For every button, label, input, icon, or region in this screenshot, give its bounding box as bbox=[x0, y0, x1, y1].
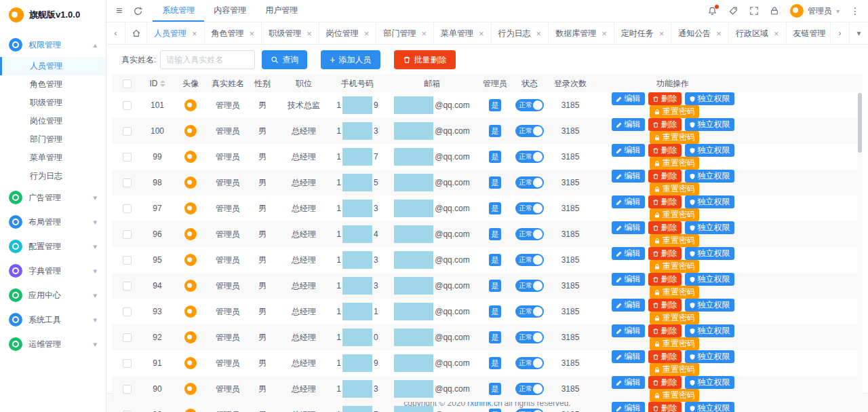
tab-close-icon[interactable]: × bbox=[250, 29, 255, 39]
sidebar-subitem-0-4[interactable]: 部门管理 bbox=[0, 130, 106, 149]
tabs-scroll-left-icon[interactable]: ‹ bbox=[106, 22, 125, 44]
sidebar-group-3[interactable]: 配置管理▾ bbox=[0, 234, 106, 259]
tab-3[interactable]: 岗位管理× bbox=[319, 22, 377, 44]
tab-4[interactable]: 部门管理× bbox=[376, 22, 434, 44]
add-person-button[interactable]: + 添加人员 bbox=[321, 50, 380, 69]
tab-2[interactable]: 职级管理× bbox=[262, 22, 319, 44]
delete-button[interactable]: 删除 bbox=[648, 221, 682, 234]
independent-permission-button[interactable]: 独立权限 bbox=[685, 273, 734, 286]
tab-close-icon[interactable]: × bbox=[192, 29, 197, 39]
delete-button[interactable]: 删除 bbox=[648, 350, 682, 363]
edit-button[interactable]: 编辑 bbox=[612, 170, 645, 183]
status-toggle[interactable]: 正常 bbox=[515, 254, 544, 266]
tab-close-icon[interactable]: × bbox=[601, 29, 607, 39]
row-checkbox[interactable] bbox=[123, 230, 132, 239]
sidebar-group-2[interactable]: 布局管理▾ bbox=[0, 210, 106, 234]
status-toggle[interactable]: 正常 bbox=[515, 383, 544, 395]
row-checkbox[interactable] bbox=[123, 153, 132, 162]
delete-button[interactable]: 删除 bbox=[648, 247, 682, 260]
tab-0[interactable]: 人员管理× bbox=[147, 22, 205, 44]
status-toggle[interactable]: 正常 bbox=[515, 409, 544, 412]
row-checkbox[interactable] bbox=[123, 307, 132, 316]
sidebar-group-0[interactable]: 权限管理▴ bbox=[0, 33, 106, 57]
sidebar-subitem-0-1[interactable]: 角色管理 bbox=[0, 75, 106, 94]
independent-permission-button[interactable]: 独立权限 bbox=[685, 247, 734, 260]
sidebar-group-6[interactable]: 系统工具▾ bbox=[0, 307, 106, 332]
status-toggle[interactable]: 正常 bbox=[515, 202, 544, 214]
independent-permission-button[interactable]: 独立权限 bbox=[685, 402, 734, 412]
sort-carets-icon[interactable] bbox=[160, 80, 165, 87]
reset-password-button[interactable]: 重置密码 bbox=[650, 208, 699, 221]
edit-button[interactable]: 编辑 bbox=[612, 273, 645, 286]
edit-button[interactable]: 编辑 bbox=[612, 324, 645, 337]
tab-1[interactable]: 角色管理× bbox=[205, 22, 262, 44]
reset-password-button[interactable]: 重置密码 bbox=[650, 389, 699, 402]
status-toggle[interactable]: 正常 bbox=[515, 228, 544, 240]
status-toggle[interactable]: 正常 bbox=[515, 125, 544, 137]
delete-button[interactable]: 删除 bbox=[648, 92, 682, 105]
sidebar-subitem-0-5[interactable]: 菜单管理 bbox=[0, 149, 106, 167]
reset-password-button[interactable]: 重置密码 bbox=[650, 183, 699, 195]
independent-permission-button[interactable]: 独立权限 bbox=[685, 195, 734, 208]
tab-close-icon[interactable]: × bbox=[364, 29, 370, 39]
independent-permission-button[interactable]: 独立权限 bbox=[685, 350, 734, 363]
sidebar-group-7[interactable]: 运维管理▾ bbox=[0, 332, 106, 356]
row-checkbox[interactable] bbox=[123, 256, 132, 265]
user-menu[interactable]: 管理员 ▾ bbox=[790, 4, 840, 18]
delete-button[interactable]: 删除 bbox=[648, 299, 682, 312]
fullscreen-icon[interactable] bbox=[749, 6, 759, 16]
lock-screen-icon[interactable] bbox=[770, 6, 779, 16]
row-checkbox[interactable] bbox=[123, 385, 132, 394]
tabs-scroll-right-icon[interactable]: › bbox=[830, 22, 849, 44]
reset-password-button[interactable]: 重置密码 bbox=[650, 286, 699, 299]
status-toggle[interactable]: 正常 bbox=[515, 151, 544, 163]
row-checkbox[interactable] bbox=[123, 127, 132, 136]
reset-password-button[interactable]: 重置密码 bbox=[650, 234, 699, 247]
topnav-item-1[interactable]: 内容管理 bbox=[204, 0, 256, 22]
reset-password-button[interactable]: 重置密码 bbox=[650, 105, 699, 118]
reset-password-button[interactable]: 重置密码 bbox=[650, 363, 699, 376]
row-checkbox[interactable] bbox=[123, 359, 132, 368]
independent-permission-button[interactable]: 独立权限 bbox=[685, 170, 734, 183]
status-toggle[interactable]: 正常 bbox=[515, 176, 544, 189]
independent-permission-button[interactable]: 独立权限 bbox=[685, 221, 734, 234]
status-toggle[interactable]: 正常 bbox=[515, 99, 544, 111]
tab-close-icon[interactable]: × bbox=[307, 29, 312, 39]
reset-password-button[interactable]: 重置密码 bbox=[650, 337, 699, 350]
select-all-checkbox[interactable] bbox=[123, 79, 132, 88]
delete-button[interactable]: 删除 bbox=[648, 402, 682, 412]
edit-button[interactable]: 编辑 bbox=[612, 376, 645, 389]
status-toggle[interactable]: 正常 bbox=[515, 305, 544, 318]
tab-close-icon[interactable]: × bbox=[421, 29, 427, 39]
tab-7[interactable]: 数据库管理× bbox=[549, 22, 614, 44]
independent-permission-button[interactable]: 独立权限 bbox=[685, 324, 734, 337]
home-tab-icon[interactable] bbox=[125, 22, 147, 44]
delete-button[interactable]: 删除 bbox=[648, 273, 682, 286]
independent-permission-button[interactable]: 独立权限 bbox=[685, 299, 734, 312]
more-options-icon[interactable]: ⋮ bbox=[850, 5, 860, 16]
reset-password-button[interactable]: 重置密码 bbox=[650, 312, 699, 324]
edit-button[interactable]: 编辑 bbox=[612, 118, 645, 131]
tabs-menu-icon[interactable]: ▾ bbox=[849, 22, 868, 44]
row-checkbox[interactable] bbox=[123, 204, 132, 213]
tab-close-icon[interactable]: × bbox=[659, 29, 665, 39]
tab-9[interactable]: 通知公告× bbox=[671, 22, 729, 44]
tab-11[interactable]: 友链管理× bbox=[787, 22, 830, 44]
status-toggle[interactable]: 正常 bbox=[515, 357, 544, 369]
edit-button[interactable]: 编辑 bbox=[612, 350, 645, 363]
tab-close-icon[interactable]: × bbox=[536, 29, 542, 39]
delete-button[interactable]: 删除 bbox=[648, 376, 682, 389]
delete-button[interactable]: 删除 bbox=[648, 324, 682, 337]
scrollbar-thumb[interactable] bbox=[858, 93, 862, 153]
tab-close-icon[interactable]: × bbox=[774, 29, 779, 39]
realname-filter-input[interactable] bbox=[160, 50, 255, 69]
status-toggle[interactable]: 正常 bbox=[515, 331, 544, 343]
delete-button[interactable]: 删除 bbox=[648, 195, 682, 208]
row-checkbox[interactable] bbox=[123, 101, 132, 110]
status-toggle[interactable]: 正常 bbox=[515, 280, 544, 292]
edit-button[interactable]: 编辑 bbox=[612, 402, 645, 412]
header-id[interactable]: ID bbox=[142, 75, 173, 92]
table-scrollbar[interactable] bbox=[857, 93, 863, 412]
tab-close-icon[interactable]: × bbox=[479, 29, 484, 39]
independent-permission-button[interactable]: 独立权限 bbox=[685, 144, 734, 157]
